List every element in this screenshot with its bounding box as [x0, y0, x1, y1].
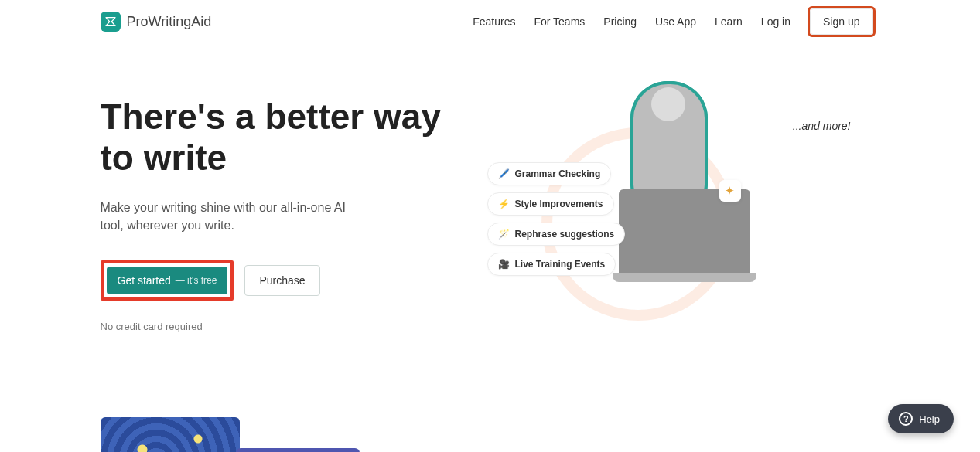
nav-learn[interactable]: Learn [715, 15, 743, 28]
and-more-label: ...and more! [793, 120, 851, 132]
pill-training: 🎥 Live Training Events [487, 253, 616, 276]
camera-icon: 🎥 [498, 259, 509, 270]
get-started-button[interactable]: Get started — it's free [107, 267, 228, 294]
pill-style: ⚡ Style Improvements [487, 192, 614, 216]
bolt-icon: ⚡ [498, 199, 509, 209]
pill-label: Grammar Checking [515, 168, 601, 179]
brand-name: ProWritingAid [127, 14, 212, 30]
cta-row: Get started — it's free Purchase [101, 260, 472, 301]
signup-button[interactable]: Sign up [810, 8, 872, 35]
hero-section: There's a better way to write Make your … [101, 42, 874, 332]
starry-night-icon [101, 417, 240, 452]
wand-icon: 🪄 [498, 229, 509, 240]
nav-use-app[interactable]: Use App [655, 15, 696, 28]
help-icon: ? [899, 412, 913, 426]
nav-features[interactable]: Features [473, 15, 515, 28]
get-started-label: Get started [118, 274, 171, 287]
get-started-highlight: Get started — it's free [101, 260, 234, 301]
nav-for-teams[interactable]: For Teams [534, 15, 585, 28]
pill-label: Live Training Events [515, 259, 606, 270]
pen-icon: 🖊️ [498, 168, 509, 179]
section-writing-lets-you-down: Do you feel like your writing lets you d… [101, 417, 874, 452]
brand[interactable]: ProWritingAid [101, 12, 212, 32]
brand-logo-icon [101, 12, 121, 32]
help-widget[interactable]: ? Help [888, 404, 954, 433]
hero-illustration: ...and more! ✦ 🖊️ Grammar Checking ⚡ Sty… [487, 97, 874, 328]
site-header: ProWritingAid Features For Teams Pricing… [101, 0, 874, 42]
page-scroll[interactable]: ProWritingAid Features For Teams Pricing… [0, 0, 974, 452]
art-illustration [101, 417, 364, 452]
nav-pricing[interactable]: Pricing [603, 15, 637, 28]
pill-label: Style Improvements [515, 199, 603, 209]
person-illustration-icon [630, 81, 708, 205]
laptop-icon [619, 189, 750, 274]
help-label: Help [919, 413, 940, 425]
hero-title: There's a better way to write [101, 97, 472, 178]
purchase-button[interactable]: Purchase [244, 265, 319, 296]
pill-label: Rephrase suggestions [515, 229, 615, 240]
pill-grammar: 🖊️ Grammar Checking [487, 162, 612, 185]
hero-subtitle: Make your writing shine with our all-in-… [101, 199, 364, 234]
pill-rephrase: 🪄 Rephrase suggestions [487, 223, 626, 246]
doodle-card-icon [236, 448, 360, 452]
no-credit-card-note: No credit card required [101, 321, 472, 332]
sparkle-icon: ✦ [719, 180, 741, 202]
get-started-note: — it's free [176, 275, 217, 286]
feature-pills: 🖊️ Grammar Checking ⚡ Style Improvements… [487, 162, 626, 276]
nav-login[interactable]: Log in [761, 15, 790, 28]
main-nav: Features For Teams Pricing Use App Learn… [473, 8, 873, 36]
hero-left: There's a better way to write Make your … [101, 97, 487, 332]
signup-highlight: Sign up [809, 8, 873, 36]
